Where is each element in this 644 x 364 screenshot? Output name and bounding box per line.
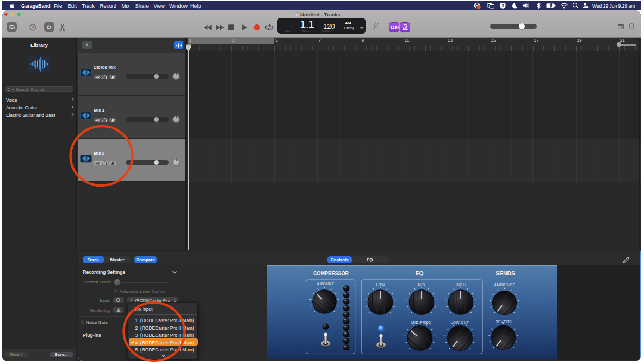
svg-text:SENDS: SENDS: [496, 270, 515, 276]
svg-text:LOW: LOW: [376, 283, 385, 287]
svg-text:AMBIENCE: AMBIENCE: [494, 283, 515, 287]
svg-text:EQ: EQ: [415, 270, 423, 276]
svg-text:HIGH: HIGH: [455, 283, 466, 287]
svg-text:?: ?: [32, 24, 34, 30]
svg-text:COMPRESSOR: COMPRESSOR: [313, 270, 349, 276]
svg-text:MID FREQ: MID FREQ: [411, 320, 431, 325]
svg-text:AMOUNT: AMOUNT: [317, 282, 334, 286]
svg-text:5: 5: [501, 3, 504, 8]
svg-text:MID: MID: [418, 283, 425, 287]
